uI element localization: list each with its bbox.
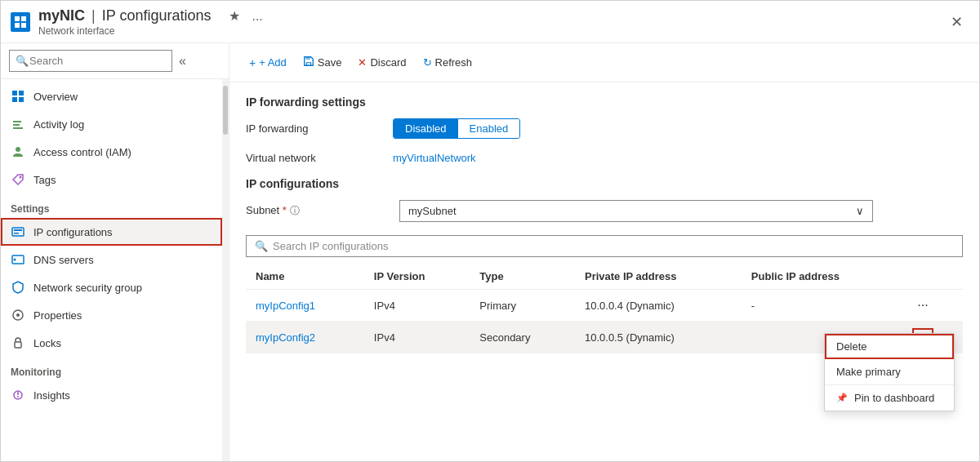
add-icon: + [249,56,256,69]
svg-rect-25 [305,57,310,60]
sidebar-item-ip-configurations[interactable]: IP configurations [1,218,222,246]
sidebar-item-dns-servers[interactable]: DNS servers [1,246,222,273]
svg-rect-4 [12,91,17,96]
row2-ip-version: IPv4 [364,322,470,353]
svg-rect-3 [21,23,26,28]
locks-icon [11,335,25,350]
svg-rect-2 [15,23,20,28]
context-menu-pin[interactable]: 📌 Pin to dashboard [825,385,954,411]
discard-button[interactable]: ✕ Discard [351,52,412,73]
sidebar-scrollbar[interactable] [222,79,229,461]
favorite-button[interactable]: ★ [225,7,243,25]
iam-icon [11,144,25,159]
svg-point-12 [20,176,22,179]
search-area: 🔍 « [1,43,229,79]
svg-rect-20 [15,342,21,348]
pin-icon: 📌 [836,393,848,403]
dns-icon [11,252,25,267]
close-button[interactable]: ✕ [944,10,969,34]
discard-icon: ✕ [358,56,367,69]
sidebar-item-nsg[interactable]: Network security group [1,273,222,301]
delete-label: Delete [836,340,867,353]
tags-icon [11,172,25,187]
make-primary-label: Make primary [836,366,901,378]
subnet-dropdown[interactable]: mySubnet ∨ [399,200,873,222]
col-public-ip: Public IP address [742,264,902,290]
row1-more-button[interactable]: ··· [912,296,933,314]
context-menu-delete[interactable]: Delete [825,334,954,359]
toggle-disabled-button[interactable]: Disabled [394,119,458,138]
monitoring-section-header: Monitoring [1,357,222,381]
context-menu-make-primary[interactable]: Make primary [825,359,954,384]
sidebar-item-locks[interactable]: Locks [1,329,222,357]
content-area: + + Add Save ✕ Discard ↻ Refresh [229,43,979,461]
svg-rect-1 [21,16,26,21]
row2-type: Secondary [470,322,575,353]
sidebar-scroll-area: Overview Activity log Access control (IA… [1,79,229,461]
svg-point-17 [14,259,16,261]
resource-name: myNIC [38,7,85,24]
properties-icon [11,308,25,322]
search-icon: 🔍 [16,55,29,67]
title-actions: ★ ... [225,7,265,25]
sidebar-item-properties[interactable]: Properties [1,301,222,329]
svg-rect-7 [19,97,24,102]
info-icon[interactable]: ⓘ [290,205,300,216]
search-input[interactable] [9,50,172,72]
save-label: Save [318,56,342,69]
sidebar-item-ip-config-label: IP configurations [33,226,113,238]
ipconfig-icon [11,224,25,239]
save-icon [303,56,314,69]
add-button[interactable]: + + Add [243,52,293,73]
ip-forwarding-label: IP forwarding [246,122,393,135]
svg-rect-9 [13,124,20,126]
collapse-button[interactable]: « [177,52,188,70]
col-name: Name [246,264,364,290]
ip-forwarding-section-title: IP forwarding settings [246,96,963,109]
title-separator: | [91,7,96,24]
sidebar-item-activity-log[interactable]: Activity log [1,110,222,138]
more-button[interactable]: ... [248,7,265,25]
refresh-icon: ↻ [423,56,432,69]
sidebar-item-properties-label: Properties [33,309,82,322]
sidebar-item-tags[interactable]: Tags [1,166,222,193]
sidebar-item-activity-log-label: Activity log [33,118,84,131]
insights-icon [11,388,25,402]
svg-rect-14 [14,229,22,231]
sidebar-item-insights-label: Insights [33,389,70,402]
svg-point-19 [16,313,20,317]
content-scroll: IP forwarding settings IP forwarding Dis… [229,82,979,461]
sidebar-item-dns-label: DNS servers [33,254,94,266]
ip-forwarding-row: IP forwarding Disabled Enabled [246,118,963,139]
refresh-button[interactable]: ↻ Refresh [416,52,479,73]
ip-table-container: Name IP Version Type Private IP address … [246,264,963,353]
svg-rect-6 [12,97,17,102]
add-label: + Add [259,56,287,69]
sidebar: 🔍 « Overview [1,43,229,461]
row1-actions: ··· [902,290,963,322]
ip-forwarding-toggle: Disabled Enabled [393,118,520,139]
virtual-network-link[interactable]: myVirtualNetwork [393,152,476,164]
row1-public-ip: - [742,290,902,322]
refresh-label: Refresh [435,56,473,69]
save-button[interactable]: Save [296,51,349,73]
sidebar-item-insights[interactable]: Insights [1,381,222,409]
sidebar-item-overview[interactable]: Overview [1,82,222,110]
table-row: myIpConfig1 IPv4 Primary 10.0.0.4 (Dynam… [246,290,963,322]
row1-ip-version: IPv4 [364,290,470,322]
title-bar: myNIC | IP configurations ★ ... Network … [1,1,979,43]
sidebar-content: Overview Activity log Access control (IA… [1,79,222,461]
row1-name: myIpConfig1 [246,290,364,322]
sidebar-item-locks-label: Locks [33,337,61,349]
ip-configurations-section-title: IP configurations [246,177,963,190]
activity-icon [11,117,25,131]
row1-type: Primary [470,290,575,322]
toggle-enabled-button[interactable]: Enabled [458,119,520,138]
sidebar-item-tags-label: Tags [33,174,56,186]
sidebar-item-iam-label: Access control (IAM) [33,146,131,158]
sidebar-item-iam[interactable]: Access control (IAM) [1,138,222,166]
subnet-text: Subnet [246,204,279,216]
resource-type: Network interface [38,25,266,37]
ip-search-placeholder: Search IP configurations [273,240,388,252]
svg-rect-5 [19,91,24,96]
